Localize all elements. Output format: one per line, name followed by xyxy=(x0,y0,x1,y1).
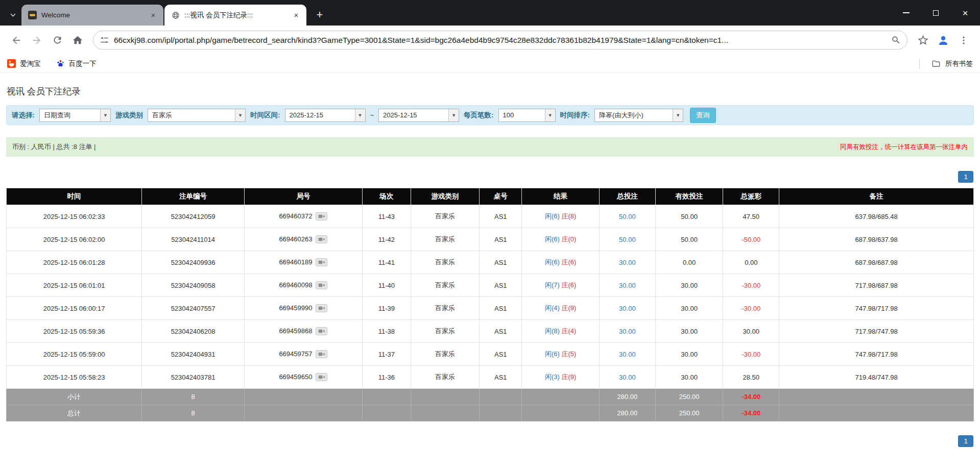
forward-button[interactable] xyxy=(28,31,46,49)
tab-betrecord[interactable]: :::视讯 会员下注纪录::: × xyxy=(164,5,306,26)
total-bet-link[interactable]: 30.00 xyxy=(619,374,636,381)
video-replay-icon[interactable] xyxy=(316,212,327,220)
pagination-bottom: 1 xyxy=(7,435,973,447)
currency-summary: 币别 : 人民币 | 总共 :8 注单 | xyxy=(12,142,96,152)
table-row: 2025-12-15 06:02:00523042411014669460263… xyxy=(7,228,974,251)
all-bookmarks-button[interactable]: 所有书签 xyxy=(919,59,973,69)
total-bet-link[interactable]: 50.00 xyxy=(619,213,636,220)
column-header: 场次 xyxy=(362,188,411,205)
cell-result: 闲(8) 庄(4) xyxy=(522,320,600,343)
cell-game-type: 百家乐 xyxy=(411,228,479,251)
cell-game-type: 百家乐 xyxy=(411,366,479,389)
summary-cell xyxy=(244,389,362,405)
page-content: 视讯 会员下注纪录 请选择: 日期查询 ▼ 游戏类别 百家乐 ▼ 时间区间: 2… xyxy=(0,73,980,447)
video-replay-icon[interactable] xyxy=(316,373,327,381)
summary-cell: 8 xyxy=(142,389,245,405)
back-button[interactable] xyxy=(7,31,26,49)
bookmark-star-icon[interactable] xyxy=(914,31,932,49)
summary-cell xyxy=(244,405,362,421)
date-from-select[interactable]: 2025-12-15 ▼ xyxy=(285,109,366,122)
cell-valid-bet: 30.00 xyxy=(655,320,723,343)
cell-result: 闲(3) 庄(9) xyxy=(522,366,600,389)
total-bet-link[interactable]: 30.00 xyxy=(619,328,636,335)
cell-total-bet: 50.00 xyxy=(599,228,655,251)
cell-note: 719.48/747.98 xyxy=(779,366,974,389)
cell-game-type: 百家乐 xyxy=(411,251,479,274)
date-to-select[interactable]: 2025-12-15 ▼ xyxy=(378,109,459,122)
cell-payout: 28.50 xyxy=(723,366,779,389)
game-type-value: 百家乐 xyxy=(148,109,235,121)
cell-session: 11-36 xyxy=(362,366,411,389)
url-text[interactable]: 66cxkj98.com/ipl/portal.php/game/betreco… xyxy=(114,36,887,45)
cell-bet-id: 523042403781 xyxy=(142,366,245,389)
sort-order-select[interactable]: 降幂(由大到小) ▼ xyxy=(594,109,683,122)
tab-close-icon[interactable]: × xyxy=(148,10,158,20)
game-type-select[interactable]: 百家乐 ▼ xyxy=(148,109,246,122)
total-bet-link[interactable]: 50.00 xyxy=(619,236,636,243)
cell-time: 2025-12-15 06:02:33 xyxy=(7,205,142,228)
video-replay-icon[interactable] xyxy=(316,281,327,289)
video-replay-icon[interactable] xyxy=(316,235,327,243)
cell-session: 11-41 xyxy=(362,251,411,274)
minimize-button[interactable] xyxy=(891,0,921,26)
cell-valid-bet: 50.00 xyxy=(655,228,723,251)
total-bet-link[interactable]: 30.00 xyxy=(619,282,636,289)
globe-favicon-icon xyxy=(171,11,180,19)
close-button[interactable]: × xyxy=(950,0,980,26)
cell-total-bet: 30.00 xyxy=(599,274,655,297)
page-1-button[interactable]: 1 xyxy=(958,171,973,183)
cell-time: 2025-12-15 05:59:36 xyxy=(7,320,142,343)
refresh-button[interactable] xyxy=(48,31,66,49)
query-type-label: 请选择: xyxy=(12,111,35,120)
search-button[interactable]: 查询 xyxy=(690,108,716,123)
new-tab-button[interactable]: + xyxy=(312,7,328,23)
home-button[interactable] xyxy=(68,31,87,49)
cell-game-type: 百家乐 xyxy=(411,297,479,320)
page-1-button[interactable]: 1 xyxy=(958,435,973,447)
aitaobao-icon xyxy=(7,59,16,68)
cell-valid-bet: 30.00 xyxy=(655,297,723,320)
video-replay-icon[interactable] xyxy=(316,350,327,358)
tab-close-icon[interactable]: × xyxy=(291,10,301,20)
column-header: 时间 xyxy=(7,188,142,205)
tab-welcome[interactable]: Welcome × xyxy=(21,5,163,26)
maximize-button[interactable] xyxy=(921,0,950,26)
tab-search-chevron-icon[interactable] xyxy=(4,5,21,26)
cell-table-number: AS1 xyxy=(480,320,522,343)
video-replay-icon[interactable] xyxy=(316,304,327,312)
tab-strip: Welcome × :::视讯 会员下注纪录::: × + × xyxy=(0,0,980,26)
cell-game-type: 百家乐 xyxy=(411,274,479,297)
per-page-select[interactable]: 100 ▼ xyxy=(498,109,556,122)
cell-session: 11-39 xyxy=(362,297,411,320)
url-bar[interactable]: 66cxkj98.com/ipl/portal.php/game/betreco… xyxy=(93,31,907,49)
cell-time: 2025-12-15 06:01:28 xyxy=(7,251,142,274)
total-bet-link[interactable]: 30.00 xyxy=(619,305,636,312)
all-bookmarks-label: 所有书签 xyxy=(945,59,973,68)
zoom-icon[interactable] xyxy=(891,35,901,45)
cell-result: 闲(7) 庄(6) xyxy=(522,274,600,297)
cell-note: 637.98/685.48 xyxy=(779,205,974,228)
total-bet-link[interactable]: 30.00 xyxy=(619,259,636,266)
cell-valid-bet: 50.00 xyxy=(655,205,723,228)
query-type-select[interactable]: 日期查询 ▼ xyxy=(39,109,111,122)
menu-dots-icon[interactable] xyxy=(954,31,973,49)
cell-payout: 47.50 xyxy=(723,205,779,228)
cell-note: 687.98/687.98 xyxy=(779,251,974,274)
bet-table-header-row: 时间注单编号局号场次游戏类别桌号结果总投注有效投注总派彩备注 xyxy=(7,188,974,205)
bookmark-baidu[interactable]: 百度一下 xyxy=(56,59,97,68)
cell-round-number: 669460263 xyxy=(244,228,362,251)
profile-avatar[interactable] xyxy=(934,31,952,49)
date-from-value: 2025-12-15 xyxy=(285,109,355,121)
total-bet-link[interactable]: 30.00 xyxy=(619,351,636,358)
cell-result: 闲(6) 庄(0) xyxy=(522,228,600,251)
bookmark-aitaobao[interactable]: 爱淘宝 xyxy=(7,59,41,68)
video-replay-icon[interactable] xyxy=(316,327,327,335)
bookmark-label: 百度一下 xyxy=(69,59,97,68)
cell-table-number: AS1 xyxy=(480,297,522,320)
folder-icon xyxy=(931,59,941,68)
baidu-icon xyxy=(56,59,65,68)
site-info-icon[interactable] xyxy=(100,35,109,45)
cell-valid-bet: 30.00 xyxy=(655,366,723,389)
video-replay-icon[interactable] xyxy=(316,258,327,266)
summary-cell: 250.00 xyxy=(655,405,723,421)
